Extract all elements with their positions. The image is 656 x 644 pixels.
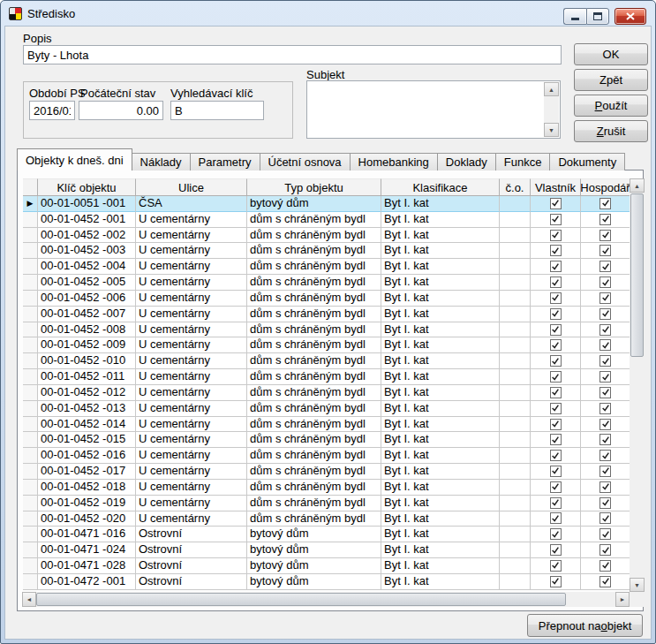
checkbox-checked-icon[interactable] [599, 339, 611, 351]
subjekt-textarea[interactable]: ▲ ▼ [306, 80, 561, 139]
row-selector[interactable] [23, 291, 38, 307]
checkbox-checked-icon[interactable] [550, 512, 562, 524]
header-typ-objektu[interactable]: Typ objektu [247, 178, 381, 196]
table-row[interactable]: 00-01-0471 -024Ostrovníbytový důmByt I. … [23, 542, 630, 558]
tab-naklady[interactable]: Náklady [132, 153, 191, 170]
table-row[interactable]: 00-01-0472 -001Ostrovníbytový důmByt I. … [23, 574, 630, 590]
row-selector[interactable] [23, 353, 38, 369]
checkbox-checked-icon[interactable] [550, 419, 562, 430]
minimize-button[interactable] [563, 8, 586, 25]
checkbox-checked-icon[interactable] [599, 292, 611, 304]
checkbox-checked-icon[interactable] [599, 387, 611, 398]
popis-input[interactable] [23, 45, 562, 64]
checkbox-checked-icon[interactable] [550, 339, 562, 351]
horizontal-scrollbar-thumb[interactable] [36, 593, 566, 606]
table-row[interactable]: 00-01-0452 -016U cementárnydům s chráněn… [23, 448, 630, 464]
checkbox-checked-icon[interactable] [550, 528, 562, 540]
row-selector[interactable] [23, 496, 38, 511]
row-selector[interactable] [23, 322, 38, 338]
prepnout-na-objekt-button[interactable]: Přepnout na objekt [527, 614, 643, 637]
row-selector[interactable] [23, 542, 38, 558]
grid-scroll-down-button[interactable]: ▼ [630, 578, 645, 592]
checkbox-checked-icon[interactable] [550, 434, 562, 445]
row-selector[interactable] [23, 558, 38, 574]
checkbox-checked-icon[interactable] [550, 230, 562, 241]
row-selector[interactable] [23, 337, 38, 353]
table-row[interactable]: 00-01-0452 -012U cementárnydům s chráněn… [23, 385, 630, 401]
row-selector[interactable] [23, 527, 38, 542]
checkbox-checked-icon[interactable] [550, 560, 562, 572]
row-selector[interactable] [23, 275, 38, 291]
pouzit-button[interactable]: Použít [574, 95, 648, 117]
table-row[interactable]: 00-01-0452 -010U cementárnydům s chráněn… [23, 353, 630, 369]
tab-dokumenty[interactable]: Dokumenty [549, 153, 625, 170]
row-selector[interactable] [23, 464, 38, 480]
row-selector[interactable] [23, 448, 38, 464]
table-row[interactable]: 00-01-0452 -019U cementárnydům s chráněn… [23, 496, 630, 511]
checkbox-checked-icon[interactable] [599, 403, 611, 414]
checkbox-checked-icon[interactable] [550, 355, 562, 367]
maximize-button[interactable] [586, 8, 609, 25]
pocatecni-stav-input[interactable] [79, 101, 163, 120]
row-selector[interactable] [23, 307, 38, 322]
tab-parametry[interactable]: Parametry [190, 153, 260, 170]
table-row[interactable]: 00-01-0452 -014U cementárnydům s chráněn… [23, 417, 630, 433]
checkbox-checked-icon[interactable] [599, 528, 611, 540]
checkbox-checked-icon[interactable] [550, 198, 562, 209]
subjekt-scroll-down-button[interactable]: ▼ [544, 123, 559, 137]
table-row[interactable]: ▶00-01-0051 -001ČSAbytový důmByt I. kat [23, 196, 630, 212]
table-row[interactable]: 00-01-0452 -008U cementárnydům s chráněn… [23, 322, 630, 338]
row-selector[interactable] [23, 228, 38, 244]
tab-doklady[interactable]: Doklady [437, 153, 496, 170]
checkbox-checked-icon[interactable] [550, 292, 562, 304]
checkbox-checked-icon[interactable] [550, 277, 562, 288]
checkbox-checked-icon[interactable] [599, 371, 611, 383]
header-vlastnik[interactable]: Vlastník [531, 178, 581, 196]
table-row[interactable]: 00-01-0452 -018U cementárnydům s chráněn… [23, 480, 630, 496]
zrusit-button[interactable]: Zrušit [574, 120, 648, 142]
table-row[interactable]: 00-01-0452 -013U cementárnydům s chráněn… [23, 401, 630, 417]
close-button[interactable] [615, 8, 646, 25]
checkbox-checked-icon[interactable] [599, 560, 611, 572]
checkbox-checked-icon[interactable] [599, 355, 611, 367]
table-row[interactable]: 00-01-0452 -002U cementárnydům s chráněn… [23, 228, 630, 244]
grid-scroll-up-button[interactable]: ▲ [630, 178, 645, 193]
checkbox-checked-icon[interactable] [550, 261, 562, 272]
table-row[interactable]: 00-01-0471 -016Ostrovníbytový důmByt I. … [23, 527, 630, 542]
obdobi-ps-input[interactable] [29, 101, 75, 120]
header-klic-objektu[interactable]: Klíč objektu [38, 178, 136, 196]
row-selector[interactable] [23, 243, 38, 259]
checkbox-checked-icon[interactable] [599, 308, 611, 320]
checkbox-checked-icon[interactable] [599, 466, 611, 477]
checkbox-checked-icon[interactable] [550, 387, 562, 398]
checkbox-checked-icon[interactable] [599, 214, 611, 225]
checkbox-checked-icon[interactable] [599, 230, 611, 241]
checkbox-checked-icon[interactable] [599, 198, 611, 209]
zpet-button[interactable]: Zpět [574, 69, 648, 91]
checkbox-checked-icon[interactable] [599, 497, 611, 509]
table-row[interactable]: 00-01-0452 -015U cementárnydům s chráněn… [23, 432, 630, 448]
grid-scroll-right-button[interactable]: ► [615, 592, 630, 607]
table-row[interactable]: 00-01-0452 -005U cementárnydům s chráněn… [23, 275, 630, 291]
header-hospodar[interactable]: Hospodář [581, 178, 630, 196]
table-row[interactable]: 00-01-0452 -006U cementárnydům s chráněn… [23, 291, 630, 307]
checkbox-checked-icon[interactable] [599, 481, 611, 493]
checkbox-checked-icon[interactable] [599, 512, 611, 524]
checkbox-checked-icon[interactable] [599, 450, 611, 461]
table-row[interactable]: 00-01-0452 -004U cementárnydům s chráněn… [23, 259, 630, 275]
table-row[interactable]: 00-01-0452 -007U cementárnydům s chráněn… [23, 307, 630, 322]
row-selector[interactable] [23, 401, 38, 417]
app-icon[interactable] [9, 7, 22, 20]
header-co[interactable]: č.o. [500, 178, 531, 196]
checkbox-checked-icon[interactable] [550, 497, 562, 509]
checkbox-checked-icon[interactable] [550, 214, 562, 225]
header-klasifikace[interactable]: Klasifikace [381, 178, 500, 196]
table-row[interactable]: 00-01-0452 -020U cementárnydům s chráněn… [23, 511, 630, 527]
checkbox-checked-icon[interactable] [550, 371, 562, 383]
checkbox-checked-icon[interactable] [599, 419, 611, 430]
table-row[interactable]: 00-01-0452 -003U cementárnydům s chráněn… [23, 243, 630, 259]
row-selector[interactable] [23, 432, 38, 448]
row-selector[interactable] [23, 385, 38, 401]
checkbox-checked-icon[interactable] [550, 245, 562, 256]
subjekt-scroll-up-button[interactable]: ▲ [544, 82, 559, 96]
